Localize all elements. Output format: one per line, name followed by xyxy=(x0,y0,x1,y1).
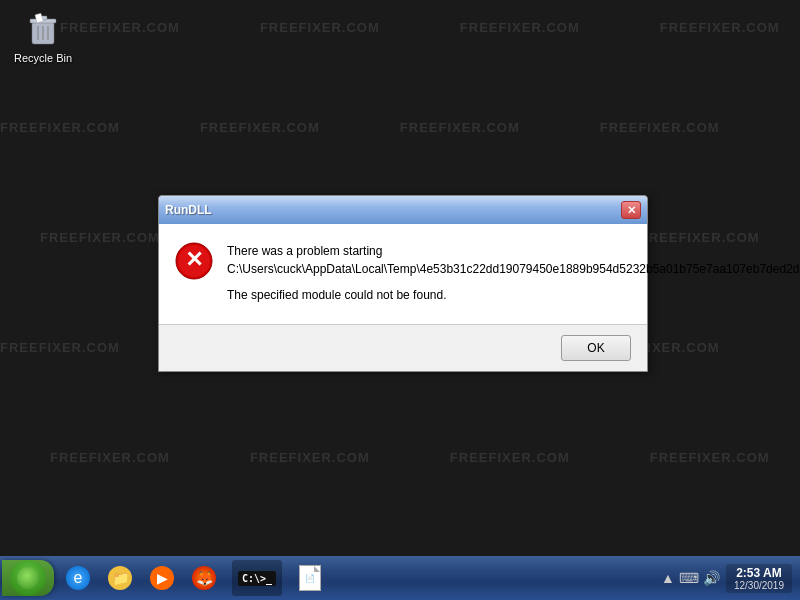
taskbar-cmd-icon[interactable]: C:\>_ xyxy=(232,560,282,596)
taskbar-doc-icon[interactable]: 📄 xyxy=(290,560,330,596)
start-orb-inner xyxy=(17,567,39,589)
error-sub-message: The specified module could not be found. xyxy=(227,288,800,302)
recycle-bin-svg xyxy=(23,8,63,48)
recycle-bin-label: Recycle Bin xyxy=(14,52,72,64)
taskbar-explorer-icon[interactable]: 📁 xyxy=(100,560,140,596)
folder-icon: 📁 xyxy=(108,566,132,590)
error-path: C:\Users\cuck\AppData\Local\Temp\4e53b31… xyxy=(227,262,800,276)
watermark: FREEFIXER.COM FREEFIXER.COM FREEFIXER.CO… xyxy=(60,20,800,35)
keyboard-icon[interactable]: ⌨ xyxy=(679,570,699,586)
error-main-message: There was a problem starting C:\Users\cu… xyxy=(227,242,800,278)
watermark: FREEFIXER.COM FREEFIXER.COM FREEFIXER.CO… xyxy=(50,450,800,465)
start-button[interactable] xyxy=(2,560,54,596)
rundll-dialog: RunDLL ✕ ✕ There was a problem starting … xyxy=(158,195,648,372)
desktop: FREEFIXER.COM FREEFIXER.COM FREEFIXER.CO… xyxy=(0,0,800,540)
taskbar-right: ▲ ⌨ 🔊 2:53 AM 12/30/2019 xyxy=(661,564,800,593)
dialog-footer: OK xyxy=(159,324,647,371)
clock-date: 12/30/2019 xyxy=(734,580,784,591)
firefox-icon: 🦊 xyxy=(192,566,216,590)
media-icon: ▶ xyxy=(150,566,174,590)
taskbar: e 📁 ▶ 🦊 C:\>_ 📄 ▲ ⌨ xyxy=(0,556,800,600)
dialog-title: RunDLL xyxy=(165,203,212,217)
dialog-titlebar: RunDLL ✕ xyxy=(159,196,647,224)
tray-expand-icon[interactable]: ▲ xyxy=(661,570,675,586)
recycle-bin-icon[interactable]: Recycle Bin xyxy=(8,8,78,64)
taskbar-icons: e 📁 ▶ 🦊 C:\>_ 📄 xyxy=(58,556,330,600)
dialog-close-button[interactable]: ✕ xyxy=(621,201,641,219)
start-orb xyxy=(10,560,46,596)
clock-time: 2:53 AM xyxy=(734,566,784,580)
dialog-body: ✕ There was a problem starting C:\Users\… xyxy=(159,224,647,324)
svg-text:✕: ✕ xyxy=(185,247,203,272)
error-icon: ✕ xyxy=(175,242,213,280)
taskbar-media-icon[interactable]: ▶ xyxy=(142,560,182,596)
clock-area[interactable]: 2:53 AM 12/30/2019 xyxy=(726,564,792,593)
cmd-icon: C:\>_ xyxy=(238,571,276,586)
watermark: FREEFIXER.COM FREEFIXER.COM FREEFIXER.CO… xyxy=(0,120,800,135)
speaker-icon[interactable]: 🔊 xyxy=(703,570,720,586)
error-text-area: There was a problem starting C:\Users\cu… xyxy=(227,242,800,302)
taskbar-ie-icon[interactable]: e xyxy=(58,560,98,596)
ie-icon: e xyxy=(66,566,90,590)
system-tray: ▲ ⌨ 🔊 xyxy=(661,570,720,586)
document-icon: 📄 xyxy=(299,565,321,591)
taskbar-firefox-icon[interactable]: 🦊 xyxy=(184,560,224,596)
ok-button[interactable]: OK xyxy=(561,335,631,361)
